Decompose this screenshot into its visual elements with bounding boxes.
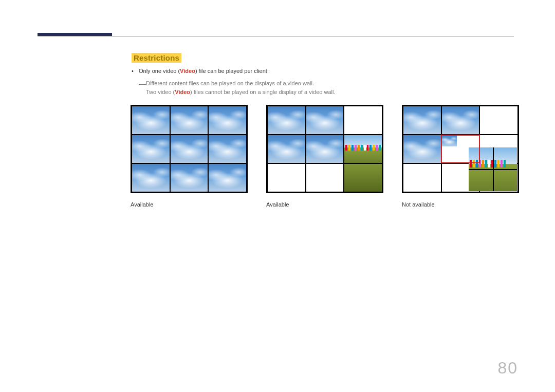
cell: [441, 106, 480, 135]
cell: [132, 163, 170, 192]
cell: [403, 135, 441, 163]
cell: [267, 135, 306, 163]
cell: [170, 106, 209, 135]
bullet-1: Only one video (Video) file can be playe…: [132, 67, 336, 76]
figure-caption: Not available: [402, 201, 519, 208]
page: Restrictions Only one video (Video) file…: [0, 0, 555, 392]
text: Two video (: [146, 89, 175, 95]
cell: [306, 135, 344, 163]
cell: [208, 106, 247, 135]
cell: [403, 106, 441, 135]
header-rule: [38, 36, 514, 36]
video-wall-grid: [402, 105, 519, 193]
video-keyword: Video: [175, 89, 190, 95]
video-keyword: Video: [180, 68, 195, 74]
cell: [132, 135, 170, 163]
sub-bullet-2: Two video (Video) files cannot be played…: [132, 88, 336, 97]
text: Different content files can be played on…: [146, 80, 314, 86]
video-wall-grid: [266, 105, 383, 193]
overlay-video-2: [469, 147, 517, 192]
figure-3: Not available: [402, 105, 519, 208]
cell: [208, 163, 247, 192]
dash-icon: ―: [139, 78, 146, 89]
text: ) file can be played per client.: [195, 68, 269, 74]
text: Only one video (: [139, 68, 180, 74]
cell: [208, 135, 247, 163]
cell: [170, 135, 209, 163]
cell: [132, 106, 170, 135]
cell: [170, 163, 209, 192]
cell: [267, 163, 306, 192]
figure-2: Available: [266, 105, 383, 208]
cell: [267, 106, 306, 135]
figure-1: Available: [131, 105, 248, 208]
video-wall-grid: [131, 105, 248, 193]
cell: [344, 106, 382, 135]
cell: [344, 163, 382, 192]
sub-bullet-1: ― Different content files can be played …: [132, 79, 336, 88]
figures-row: Available Available: [131, 105, 521, 208]
section-title: Restrictions: [132, 53, 181, 63]
page-number: 80: [497, 359, 518, 378]
cell: [306, 106, 344, 135]
cell: [344, 135, 382, 163]
cell: [479, 106, 518, 135]
text: ) files cannot be played on a single dis…: [190, 89, 336, 95]
cell: [403, 163, 441, 192]
figure-caption: Available: [131, 201, 248, 208]
cell: [306, 163, 344, 192]
figure-caption: Available: [266, 201, 383, 208]
content-bullets: Only one video (Video) file can be playe…: [132, 67, 336, 97]
